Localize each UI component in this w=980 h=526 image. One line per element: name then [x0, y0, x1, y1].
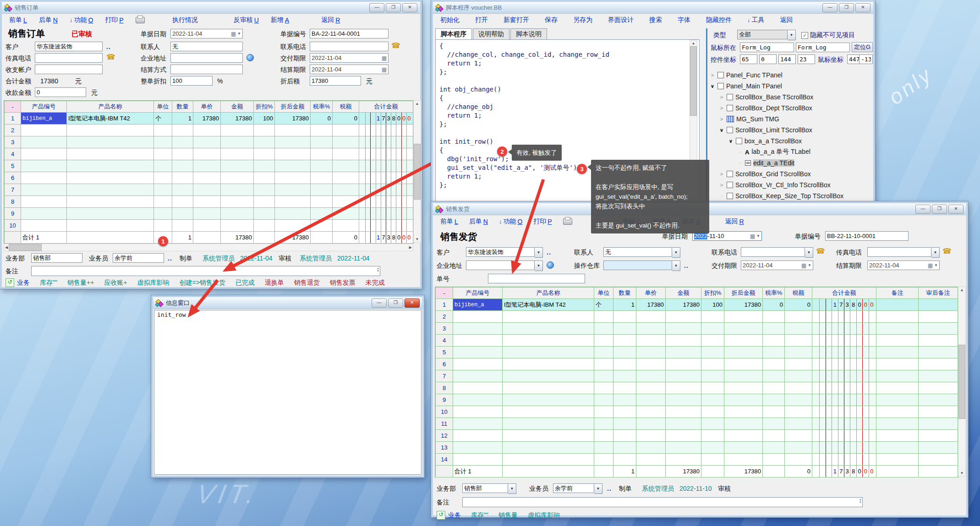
expander-icon[interactable]: · — [719, 193, 724, 199]
grid-cell[interactable] — [876, 370, 919, 382]
scrollbar-thumb[interactable] — [414, 144, 421, 200]
grid-cell[interactable] — [21, 160, 67, 172]
grid-cell[interactable] — [701, 394, 724, 406]
settle-input[interactable] — [170, 65, 243, 74]
grid-cell[interactable] — [636, 466, 666, 477]
grid-cell[interactable]: 9 — [5, 208, 21, 220]
grid-cell[interactable] — [359, 196, 413, 208]
grid-cell[interactable]: 1 — [172, 113, 193, 125]
tab-script[interactable]: 脚本程序 — [435, 28, 472, 40]
grid-cell[interactable]: 17380 — [221, 113, 254, 125]
grid-cell[interactable] — [172, 172, 193, 184]
grid-cell[interactable] — [503, 466, 594, 477]
grid-cell[interactable] — [154, 172, 172, 184]
printer-icon[interactable] — [136, 17, 145, 23]
hide-invisible-checkbox[interactable]: ✓隐藏不可见项目 — [801, 31, 855, 39]
status-link[interactable]: 业务 — [17, 279, 30, 286]
mouse-y[interactable] — [859, 54, 873, 64]
grid-cell[interactable] — [701, 347, 724, 358]
grid-cell[interactable]: 5 — [436, 347, 453, 358]
grid-cell[interactable] — [724, 311, 763, 323]
chevron-down-icon[interactable]: ▼ — [931, 247, 940, 258]
grid-cell[interactable] — [613, 430, 636, 442]
grid-cell[interactable] — [785, 311, 812, 323]
status-link[interactable]: 业务 — [448, 511, 461, 519]
grid-cell[interactable] — [311, 208, 333, 220]
grid-cell[interactable] — [666, 430, 701, 442]
grid-cell[interactable] — [453, 406, 503, 418]
grid-cell[interactable] — [221, 172, 254, 184]
chevron-down-icon[interactable]: ▼ — [788, 30, 796, 40]
grid-cell[interactable] — [724, 394, 763, 406]
grid-cell[interactable] — [785, 323, 812, 335]
grid-cell[interactable]: 0 — [763, 299, 785, 311]
coord-h[interactable] — [798, 54, 815, 64]
grid-cell[interactable]: 8 — [5, 196, 21, 208]
grid-cell[interactable] — [919, 430, 958, 442]
grid-cell[interactable] — [701, 382, 724, 394]
grid-cell[interactable] — [154, 184, 172, 196]
fax-select[interactable]: ▼ — [867, 247, 940, 258]
grid-cell[interactable]: 5 — [5, 160, 21, 172]
batch-no-input[interactable] — [488, 274, 585, 283]
grid-cell[interactable] — [785, 347, 812, 358]
toolbar-item[interactable]: 搜索 — [649, 16, 662, 24]
minimize-button[interactable]: — — [915, 205, 931, 214]
printer-icon[interactable] — [563, 218, 572, 225]
account-input[interactable] — [35, 65, 103, 74]
person-input[interactable] — [113, 253, 164, 263]
grid-cell[interactable] — [785, 406, 812, 418]
grid-cell[interactable] — [919, 394, 958, 406]
grid-cell[interactable]: 7 — [436, 370, 453, 382]
grid-cell[interactable] — [311, 136, 333, 148]
customer-picker[interactable]: .. — [106, 43, 111, 50]
titlebar[interactable]: 脚本程序 voucher.BB — ❐ ✕ — [433, 2, 873, 14]
grid-cell[interactable]: 0 — [785, 299, 812, 311]
close-button[interactable]: ✕ — [948, 205, 964, 214]
grid-cell[interactable] — [193, 148, 221, 160]
status-link[interactable]: 退换单 — [265, 279, 284, 286]
grid-cell[interactable] — [311, 220, 333, 232]
grid-cell[interactable] — [919, 358, 958, 370]
grid-cell[interactable]: 17380 — [275, 113, 311, 125]
grid-cell[interactable] — [453, 442, 503, 454]
grid-cell[interactable]: 11 — [436, 418, 453, 430]
grid-cell[interactable]: 3 — [5, 136, 21, 148]
grid-cell[interactable]: 10 — [436, 406, 453, 418]
grid-cell[interactable] — [221, 160, 254, 172]
status-link[interactable]: 已完成 — [235, 279, 255, 286]
grid-cell[interactable] — [724, 323, 763, 335]
warehouse-picker[interactable]: .. — [684, 262, 689, 269]
grid-cell[interactable]: 17380 — [221, 232, 254, 244]
grid-cell[interactable] — [67, 196, 154, 208]
grid-cell[interactable] — [666, 335, 701, 347]
grid-cell[interactable] — [275, 196, 311, 208]
grid-cell[interactable] — [613, 347, 636, 358]
toolbar-item[interactable]: 初始化 — [440, 16, 460, 24]
expander-icon[interactable]: · — [737, 149, 743, 155]
grid-cell[interactable] — [503, 394, 594, 406]
scroll-down-icon[interactable]: ▼ — [415, 236, 420, 242]
grid-cell[interactable] — [21, 220, 67, 232]
tree-item[interactable]: ∨box_a_a TScrollBox — [709, 136, 874, 146]
grid-cell[interactable] — [666, 358, 701, 370]
toolbar-item[interactable]: 新窗打开 — [504, 16, 529, 24]
grid-cell[interactable] — [876, 418, 919, 430]
grid-cell[interactable] — [503, 323, 594, 335]
grid-cell[interactable] — [254, 196, 275, 208]
grid-cell[interactable] — [275, 208, 311, 220]
grid-cell[interactable] — [763, 466, 785, 477]
grid-cell[interactable] — [453, 335, 503, 347]
toolbar-item[interactable]: 返回R — [725, 217, 744, 226]
grid-cell[interactable] — [919, 335, 958, 347]
customer-picker[interactable]: .. — [547, 249, 551, 256]
grid-cell[interactable] — [172, 160, 193, 172]
grid-cell[interactable]: 6 — [5, 172, 21, 184]
chevron-down-icon[interactable]: ▼ — [508, 483, 516, 494]
grid-cell[interactable] — [275, 148, 311, 160]
grid-cell[interactable] — [613, 323, 636, 335]
grid-cell[interactable] — [636, 311, 666, 323]
grid-cell[interactable] — [503, 418, 594, 430]
grid-cell[interactable] — [613, 394, 636, 406]
grid-cell[interactable]: 1 — [613, 299, 636, 311]
